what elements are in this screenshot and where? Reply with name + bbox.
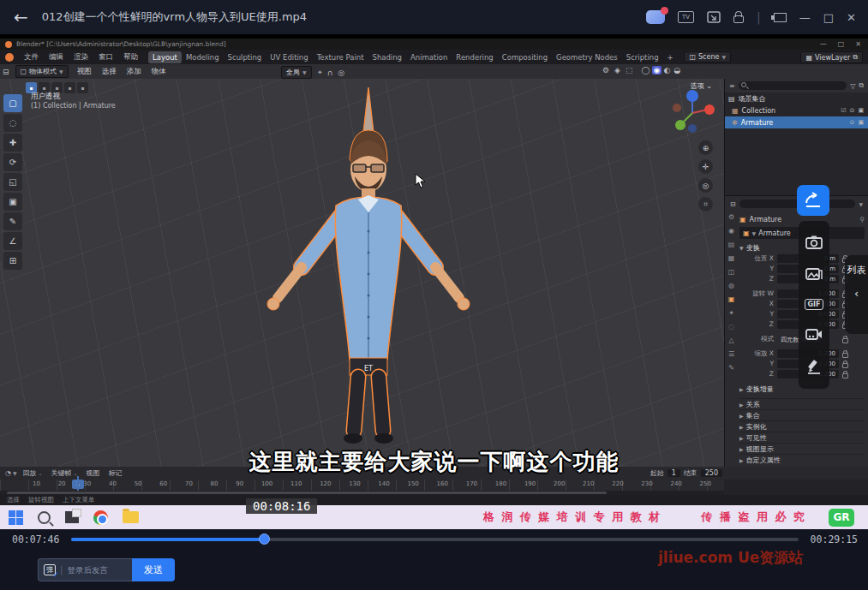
windows-start-icon[interactable]	[9, 510, 23, 525]
overlays-icon[interactable]: ◈	[612, 66, 623, 74]
workspace-tab[interactable]: Shading	[368, 51, 406, 63]
outliner-editor-icon[interactable]: ≡	[729, 82, 735, 90]
workspace-tab[interactable]: Sculpting	[224, 51, 266, 63]
menu-item[interactable]: 文件	[19, 52, 44, 63]
orientation-dropdown[interactable]: 全局 ▼	[281, 66, 312, 79]
scrollbar-thumb[interactable]	[7, 492, 607, 494]
viewport-menu-item[interactable]: 选择	[97, 67, 122, 77]
cursor-tool-icon[interactable]: ◌	[3, 114, 22, 132]
eye-icon[interactable]: ⊙	[850, 119, 855, 126]
send-button[interactable]: 发送	[132, 558, 175, 581]
danmaku-input[interactable]	[67, 565, 122, 575]
properties-tab-icon[interactable]: ◍	[728, 282, 734, 289]
outliner-row[interactable]: ✻ Armature ☑ ⊙ ▣	[725, 116, 868, 128]
gif-capture-icon[interactable]: GIF	[805, 299, 823, 310]
scene-selector[interactable]: ◫ Scene ▼	[684, 51, 731, 63]
pin-icon[interactable]: ⚲	[859, 216, 865, 223]
axis-gizmo[interactable]	[670, 89, 715, 137]
workspace-tab[interactable]: Animation	[406, 51, 452, 63]
app-window-icon[interactable]	[65, 511, 79, 523]
back-button[interactable]: ←	[14, 7, 28, 27]
properties-tab-icon[interactable]: ◫	[728, 268, 735, 276]
workspace-tab[interactable]: Compositing	[498, 51, 552, 63]
select-box-tool-icon[interactable]: ▢	[3, 94, 22, 112]
pivot-point-icon[interactable]: ⌖	[315, 68, 325, 77]
camera-view-icon[interactable]: ◎	[698, 178, 713, 193]
properties-tab-icon[interactable]: △	[728, 337, 733, 344]
annotate-tool-icon[interactable]: ✎	[3, 212, 22, 230]
properties-tab-icon[interactable]: ▦	[728, 254, 735, 262]
properties-section-row[interactable]: ▶ 实例化	[739, 420, 865, 432]
close-button[interactable]: ✕	[847, 11, 856, 24]
properties-tab-icon[interactable]: ◌	[728, 323, 734, 331]
properties-section-row[interactable]: ▶ 可见性	[739, 432, 865, 443]
properties-section-row[interactable]: ▶ 关系	[739, 398, 865, 409]
minimize-button[interactable]: —	[799, 11, 811, 24]
eye-icon[interactable]: ⊙	[850, 107, 855, 114]
share-capture-button[interactable]	[797, 185, 829, 216]
seek-bar[interactable]	[71, 538, 798, 541]
menu-item[interactable]: 编辑	[44, 52, 69, 63]
solid-shading-icon[interactable]: ◉	[652, 66, 662, 74]
screen-cast-icon[interactable]	[707, 11, 721, 23]
properties-tab-icon[interactable]: ▤	[728, 241, 735, 248]
danmaku-input-box[interactable]: 弹 |	[38, 558, 132, 581]
chrome-icon[interactable]	[93, 510, 108, 525]
workspace-tab[interactable]: Geometry Nodes	[552, 51, 622, 63]
viewport-menu-item[interactable]: 添加	[122, 67, 147, 77]
lock-icon[interactable]	[733, 15, 744, 23]
menu-item[interactable]: 帮助	[118, 52, 143, 63]
snap-magnet-icon[interactable]: ∩	[325, 69, 336, 77]
viewport-menu-item[interactable]: 物体	[147, 67, 171, 77]
viewlayer-selector[interactable]: ▦ ViewLayer ⧉	[800, 51, 863, 63]
decouple-lock-icon[interactable]	[841, 361, 848, 367]
move-tool-icon[interactable]: ✚	[3, 134, 22, 152]
mode-dropdown[interactable]: ▢ 物体模式 ▼	[15, 65, 69, 78]
add-cube-tool-icon[interactable]: ⊞	[3, 252, 22, 270]
scene-collection-row[interactable]: ▤ 场景集合	[725, 92, 868, 104]
menu-item[interactable]: 渲染	[69, 52, 93, 63]
camera-visibility-icon[interactable]: ▣	[858, 119, 864, 126]
rendered-shading-icon[interactable]: ◒	[672, 66, 682, 74]
wireframe-shading-icon[interactable]: ◯	[640, 66, 652, 74]
workspace-tab[interactable]: Texture Paint	[313, 51, 368, 63]
select-mode-icon[interactable]: ▪	[77, 82, 88, 93]
video-record-icon[interactable]	[805, 328, 823, 341]
frame-ruler[interactable]: 1020304050607080901001101201301401501601…	[0, 480, 724, 491]
decouple-lock-icon[interactable]	[841, 371, 848, 378]
properties-tab-icon[interactable]: ✦	[728, 309, 734, 317]
filter-icon[interactable]: ▽	[850, 82, 855, 90]
screenshot-camera-icon[interactable]	[805, 235, 823, 249]
select-mode-icon[interactable]: ▪	[64, 82, 75, 93]
properties-tab-icon[interactable]: ✎	[728, 364, 734, 372]
proportional-edit-icon[interactable]: ◎	[335, 69, 347, 77]
new-collection-icon[interactable]: ⧉	[859, 81, 864, 90]
properties-section-row[interactable]: ▶ 集合	[739, 409, 865, 420]
menu-item[interactable]: 窗口	[93, 52, 118, 63]
properties-editor-icon[interactable]: ⊟	[730, 200, 736, 208]
collapse-left-icon[interactable]: ‹	[854, 287, 859, 300]
viewport-menu-item[interactable]: 视图	[72, 67, 97, 77]
material-shading-icon[interactable]: ◐	[661, 66, 672, 74]
workspace-tab[interactable]: Modeling	[182, 51, 224, 63]
outliner-row[interactable]: ▦ Collection ☑ ⊙ ▣	[725, 104, 868, 116]
properties-tab-icon[interactable]: ☰	[728, 350, 734, 358]
measure-tool-icon[interactable]: ∠	[3, 232, 22, 250]
properties-tab-icon[interactable]: ◉	[728, 227, 734, 235]
seek-bar-thumb[interactable]	[259, 533, 270, 545]
decouple-lock-icon[interactable]	[841, 336, 848, 343]
workspace-tab[interactable]: Rendering	[452, 51, 497, 63]
rotate-tool-icon[interactable]: ⟳	[3, 153, 22, 171]
properties-tab-icon[interactable]: ▣	[728, 295, 735, 303]
workspace-tab[interactable]: Layout	[148, 51, 182, 63]
pan-tool-icon[interactable]: ✛	[698, 159, 713, 174]
outliner-search-input[interactable]	[739, 81, 847, 90]
show-gizmo-icon[interactable]: ⚙	[600, 66, 612, 74]
workspace-tab[interactable]: UV Editing	[266, 51, 312, 63]
mini-window-icon[interactable]	[774, 13, 787, 22]
properties-tab-icon[interactable]: ⚙	[728, 213, 734, 221]
folder-icon[interactable]	[123, 511, 139, 523]
decouple-lock-icon[interactable]	[841, 350, 848, 357]
zoom-tool-icon[interactable]: ⊕	[698, 140, 713, 155]
workspace-tab[interactable]: Scripting	[622, 51, 663, 63]
